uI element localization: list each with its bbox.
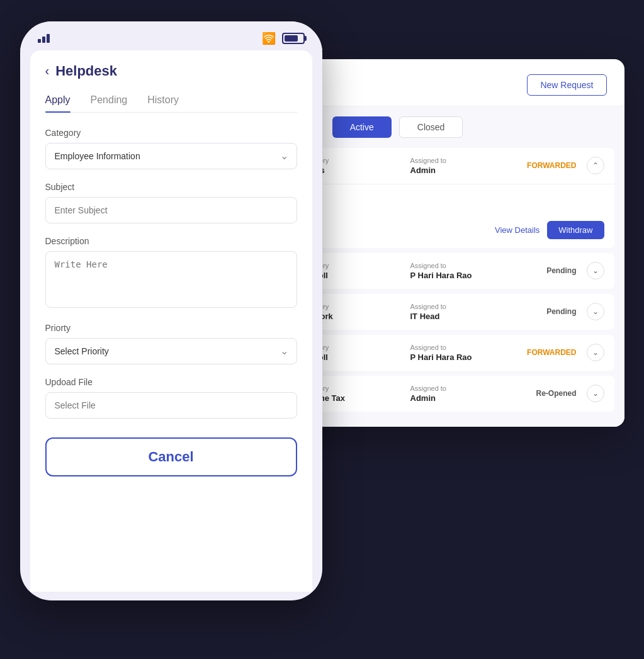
back-button[interactable]: ‹	[45, 64, 50, 78]
expand-btn-155[interactable]: ⌃	[587, 157, 604, 174]
status-155: FORWARDED	[520, 161, 577, 170]
category-section: Category Employee Information	[45, 128, 297, 169]
assigned-value-154: P Hari Hara Rao	[410, 271, 510, 280]
tab-apply[interactable]: Apply	[45, 94, 71, 112]
assigned-col-152: Assigned to P Hari Hara Rao	[410, 344, 510, 362]
assigned-label-153: Assigned to	[410, 303, 510, 310]
expand-btn-153[interactable]: ⌄	[587, 303, 604, 320]
page-title: Helpdesk	[55, 63, 117, 79]
assigned-value-153: IT Head	[410, 312, 510, 321]
assigned-label-152: Assigned to	[410, 344, 510, 351]
cancel-button[interactable]: Cancel	[45, 437, 297, 476]
status-153: Pending	[520, 307, 577, 316]
subject-label: Subject	[45, 182, 297, 192]
description-textarea[interactable]	[45, 251, 297, 308]
file-input[interactable]	[45, 392, 297, 419]
status-152: FORWARDED	[520, 348, 577, 357]
assigned-value-155: Admin	[410, 166, 510, 175]
expand-btn-152[interactable]: ⌄	[587, 344, 604, 361]
view-details-link-155[interactable]: View Details	[495, 225, 539, 235]
phone-header: ‹ Helpdesk	[45, 63, 297, 79]
tab-closed[interactable]: Closed	[399, 116, 463, 138]
assigned-label-154: Assigned to	[410, 262, 510, 269]
assigned-col-154: Assigned to P Hari Hara Rao	[410, 262, 510, 280]
assigned-value-151: Admin	[410, 393, 510, 403]
tab-history[interactable]: History	[147, 94, 179, 112]
assigned-value-152: P Hari Hara Rao	[410, 352, 510, 362]
assigned-col-153: Assigned to IT Head	[410, 303, 510, 321]
status-right: 🛜	[262, 31, 305, 45]
mobile-phone: 🛜 ‹ Helpdesk Apply Pending History Categ…	[20, 21, 322, 600]
upload-label: Updoad File	[45, 377, 297, 387]
assigned-label-151: Assigned to	[410, 385, 510, 392]
tab-active[interactable]: Active	[332, 116, 392, 138]
description-label: Description	[45, 236, 297, 246]
tab-bar: Apply Pending History	[45, 94, 297, 113]
wifi-icon: 🛜	[262, 31, 276, 45]
tab-pending[interactable]: Pending	[91, 94, 128, 112]
status-154: Pending	[520, 266, 577, 275]
expand-btn-151[interactable]: ⌄	[587, 385, 604, 402]
priority-select[interactable]: Select Priority	[45, 338, 297, 364]
expand-btn-154[interactable]: ⌄	[587, 262, 604, 279]
phone-content: ‹ Helpdesk Apply Pending History Categor…	[30, 50, 312, 592]
category-label: Category	[45, 128, 297, 138]
status-bar: 🛜	[20, 21, 322, 50]
priority-label: Priorty	[45, 323, 297, 333]
subject-section: Subject	[45, 182, 297, 223]
assigned-col-151: Assigned to Admin	[410, 385, 510, 403]
withdraw-btn-155[interactable]: Withdraw	[547, 221, 604, 239]
assigned-label-155: Assigned to	[410, 157, 510, 164]
priority-section: Priorty Select Priority	[45, 323, 297, 364]
status-151: Re-Opened	[520, 389, 577, 398]
upload-section: Updoad File	[45, 377, 297, 419]
battery-icon	[282, 33, 305, 44]
signal-icon	[38, 34, 50, 43]
new-request-button[interactable]: New Request	[527, 74, 606, 96]
subject-input[interactable]	[45, 197, 297, 223]
description-section: Description	[45, 236, 297, 310]
category-select[interactable]: Employee Information	[45, 143, 297, 169]
assigned-col-155: Assigned to Admin	[410, 157, 510, 175]
